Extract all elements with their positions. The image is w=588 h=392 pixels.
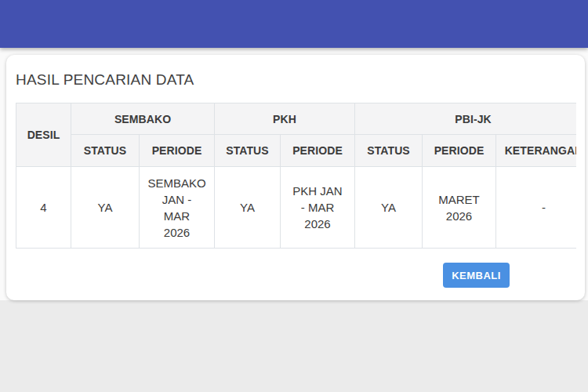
table-row: 4 YA SEMBAKO JAN - MAR 2026 YA PKH JAN -… — [16, 167, 577, 249]
group-header-pbi-jk: PBI-JK — [355, 103, 576, 135]
cell-pbi-jk-status: YA — [355, 167, 423, 249]
table-group-header-row: DESIL SEMBAKO PKH PBI-JK — [16, 103, 577, 135]
cell-pkh-status: YA — [215, 167, 281, 249]
group-header-pkh: PKH — [215, 103, 355, 135]
col-header-pkh-status: STATUS — [215, 135, 281, 167]
cell-sembako-status: YA — [71, 167, 140, 249]
col-header-pbi-jk-periode: PERIODE — [423, 135, 496, 167]
col-header-pkh-periode: PERIODE — [281, 135, 355, 167]
results-card: HASIL PENCARIAN DATA DESIL SEMBAKO PKH P… — [6, 55, 585, 300]
table-sub-header-row: STATUS PERIODE STATUS PERIODE STATUS PER… — [16, 135, 577, 167]
page-title: HASIL PENCARIAN DATA — [16, 72, 575, 88]
kembali-button[interactable]: KEMBALI — [443, 263, 510, 288]
col-header-desil: DESIL — [16, 103, 71, 167]
cell-sembako-periode: SEMBAKO JAN - MAR 2026 — [140, 167, 215, 249]
table-container: DESIL SEMBAKO PKH PBI-JK STATUS PERIODE … — [16, 103, 576, 249]
col-header-keterangan: KETERANGAN — [496, 135, 576, 167]
cell-pbi-jk-periode: MARET 2026 — [423, 167, 496, 249]
results-table: DESIL SEMBAKO PKH PBI-JK STATUS PERIODE … — [16, 103, 576, 249]
cell-desil: 4 — [16, 167, 71, 249]
button-row: KEMBALI — [16, 249, 576, 288]
app-header-bar — [0, 0, 588, 48]
group-header-sembako: SEMBAKO — [71, 103, 215, 135]
cell-keterangan: - — [496, 167, 576, 249]
cell-pkh-periode: PKH JAN - MAR 2026 — [281, 167, 355, 249]
col-header-sembako-periode: PERIODE — [140, 135, 215, 167]
col-header-sembako-status: STATUS — [71, 135, 140, 167]
col-header-pbi-jk-status: STATUS — [355, 135, 423, 167]
